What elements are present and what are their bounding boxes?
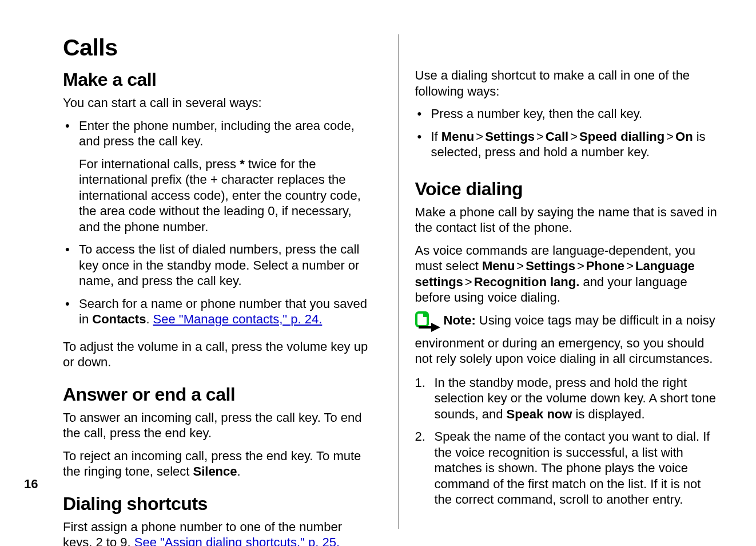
bold-text: On: [675, 129, 693, 144]
page-content: Calls Make a call You can start a call i…: [63, 34, 722, 529]
list-item: Speak the name of the contact you want t…: [415, 429, 722, 508]
bold-text: Contacts: [92, 312, 146, 326]
separator: >: [665, 129, 675, 144]
separator: >: [515, 259, 526, 273]
bold-text: Recognition lang.: [474, 275, 580, 289]
numbered-list: In the standby mode, press and hold the …: [415, 375, 722, 515]
bold-text: Silence: [193, 464, 237, 478]
separator: >: [463, 275, 474, 289]
link-assign-shortcuts[interactable]: See "Assign dialing shortcuts," p. 25.: [134, 535, 340, 546]
svg-rect-1: [423, 312, 428, 317]
main-heading: Calls: [63, 34, 370, 61]
bold-text: *: [240, 157, 245, 171]
bold-text: Phone: [586, 259, 624, 273]
separator: >: [568, 129, 579, 144]
list-item: Enter the phone number, including the ar…: [63, 118, 370, 235]
paragraph: To answer an incoming call, press the ca…: [63, 410, 370, 441]
text: If: [431, 129, 441, 144]
bold-text: Settings: [485, 129, 535, 144]
page-number: 16: [24, 477, 38, 492]
list-item: In the standby mode, press and hold the …: [415, 375, 722, 422]
note-label: Note:: [444, 313, 476, 327]
right-column: Use a dialing shortcut to make a call in…: [399, 34, 722, 529]
bold-text: Settings: [526, 259, 575, 273]
note-block: Note: Using voice tags may be difficult …: [415, 312, 722, 367]
separator: >: [575, 259, 586, 273]
paragraph: To reject an incoming call, press the en…: [63, 448, 370, 480]
text: .: [237, 464, 241, 478]
separator: >: [624, 259, 635, 273]
note-text: Note: Using voice tags may be difficult …: [415, 313, 715, 366]
separator: >: [535, 129, 546, 144]
paragraph: To adjust the volume in a call, press th…: [63, 339, 370, 370]
text: For international calls, press * twice f…: [79, 156, 370, 235]
link-manage-contacts[interactable]: See "Manage contacts," p. 24.: [153, 312, 323, 326]
note-arrow-icon: [415, 311, 441, 334]
list-item: Press a number key, then the call key.: [415, 106, 722, 122]
separator: >: [474, 129, 485, 144]
list-item: To access the list of dialed numbers, pr…: [63, 242, 370, 289]
section-heading-make-call: Make a call: [63, 69, 370, 90]
paragraph: As voice commands are language-dependent…: [415, 243, 722, 306]
text: Enter the phone number, including the ar…: [79, 118, 355, 149]
bold-text: Speed dialling: [579, 129, 665, 144]
text: is displayed.: [572, 407, 644, 421]
text: For international calls, press: [79, 157, 240, 171]
bold-text: Call: [546, 129, 568, 144]
bold-text: Menu: [441, 129, 474, 144]
list-item: If Menu>Settings>Call>Speed dialling>On …: [415, 129, 722, 160]
paragraph: Make a phone call by saying the name tha…: [415, 204, 722, 236]
section-heading-dialing-shortcuts: Dialing shortcuts: [63, 493, 370, 515]
bullet-list: Press a number key, then the call key. I…: [415, 106, 722, 167]
paragraph: First assign a phone number to one of th…: [63, 519, 370, 547]
section-heading-voice-dialing: Voice dialing: [415, 179, 722, 200]
paragraph: Use a dialing shortcut to make a call in…: [415, 68, 722, 99]
left-column: Calls Make a call You can start a call i…: [63, 34, 381, 529]
paragraph: You can start a call in several ways:: [63, 95, 370, 111]
bullet-list: Enter the phone number, including the ar…: [63, 118, 370, 334]
bold-text: Menu: [482, 259, 515, 273]
list-item: Search for a name or phone number that y…: [63, 296, 370, 327]
section-heading-answer-end: Answer or end a call: [63, 384, 370, 405]
text: .: [146, 312, 153, 326]
bold-text: Speak now: [506, 407, 572, 421]
